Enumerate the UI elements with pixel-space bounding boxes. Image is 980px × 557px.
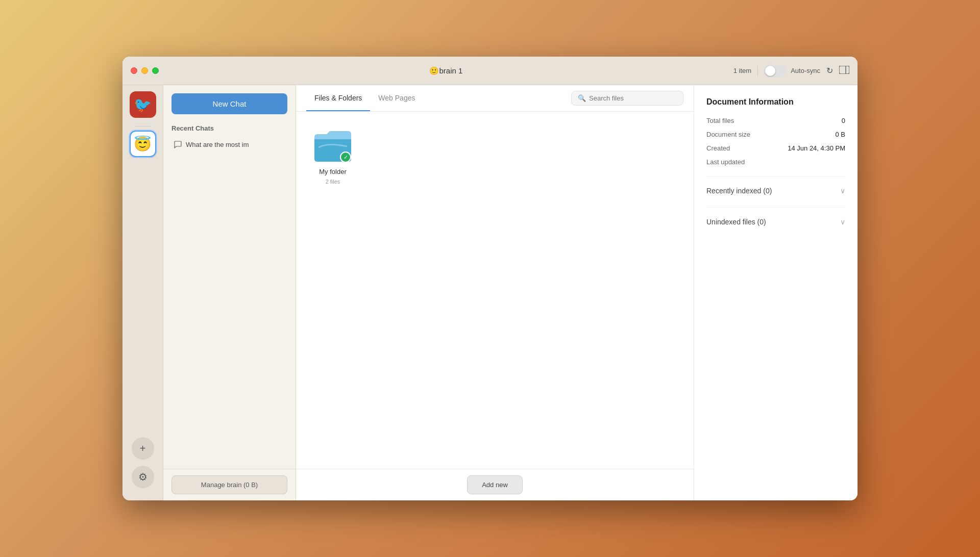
search-bar: 🔍 xyxy=(571,91,683,106)
folder-count: 2 files xyxy=(326,179,340,185)
unindexed-files-section: Unindexed files (0) ∨ xyxy=(706,207,845,228)
chat-item-text: What are the most im xyxy=(186,141,249,148)
info-row-doc-size: Document size 0 B xyxy=(706,131,845,138)
search-icon: 🔍 xyxy=(578,94,586,102)
tab-files-folders[interactable]: Files & Folders xyxy=(306,85,370,111)
info-row-total-files: Total files 0 xyxy=(706,117,845,124)
chat-panel-bottom: Manage brain (0 B) xyxy=(163,469,296,500)
minimize-button[interactable] xyxy=(141,67,148,74)
info-row-last-updated: Last updated xyxy=(706,158,845,166)
recent-chats-label: Recent Chats xyxy=(172,124,287,132)
brains-bottom: + ⚙ xyxy=(132,437,154,494)
window-title: 🙂brain 1 xyxy=(429,66,462,75)
new-chat-button[interactable]: New Chat xyxy=(172,93,287,114)
doc-size-label: Document size xyxy=(706,131,750,138)
maximize-button[interactable] xyxy=(152,67,159,74)
created-label: Created xyxy=(706,144,730,152)
folder-badge: ✓ xyxy=(340,151,351,163)
created-value: 14 Jun 24, 4:30 PM xyxy=(788,144,845,152)
brains-sidebar: 🐦 😇 + ⚙ xyxy=(122,85,163,500)
svg-rect-0 xyxy=(839,66,849,74)
recently-indexed-chevron: ∨ xyxy=(840,187,845,195)
bird-brain-avatar[interactable]: 🐦 xyxy=(130,91,156,118)
manage-brain-button[interactable]: Manage brain (0 B) xyxy=(172,475,287,494)
bird-icon: 🐦 xyxy=(134,96,152,113)
last-updated-label: Last updated xyxy=(706,158,745,166)
traffic-lights xyxy=(131,67,159,74)
files-header: Files & Folders Web Pages 🔍 xyxy=(296,85,694,112)
sidebar-toggle-icon[interactable] xyxy=(839,66,849,76)
angel-brain-avatar[interactable]: 😇 xyxy=(130,131,156,157)
info-row-created: Created 14 Jun 24, 4:30 PM xyxy=(706,144,845,152)
chat-panel: New Chat Recent Chats What are the most … xyxy=(163,85,296,500)
unindexed-files-chevron: ∨ xyxy=(840,218,845,226)
autosync-toggle[interactable] xyxy=(764,65,787,77)
doc-info-panel: Document Information Total files 0 Docum… xyxy=(694,85,857,500)
titlebar-right: 1 item Auto-sync ↻ xyxy=(733,65,849,77)
recently-indexed-section: Recently indexed (0) ∨ xyxy=(706,176,845,197)
total-files-label: Total files xyxy=(706,117,734,124)
add-new-button[interactable]: Add new xyxy=(467,475,523,494)
search-input[interactable] xyxy=(589,94,677,102)
unindexed-files-title: Unindexed files (0) xyxy=(706,218,766,226)
doc-info-title: Document Information xyxy=(706,97,845,107)
unindexed-files-row[interactable]: Unindexed files (0) ∨ xyxy=(706,216,845,228)
app-window: 🙂brain 1 1 item Auto-sync ↻ xyxy=(122,57,857,500)
recently-indexed-title: Recently indexed (0) xyxy=(706,187,772,195)
chat-panel-inner: New Chat Recent Chats What are the most … xyxy=(163,85,296,469)
recently-indexed-row[interactable]: Recently indexed (0) ∨ xyxy=(706,185,845,197)
angel-emoji: 😇 xyxy=(134,136,152,153)
chat-bubble-icon xyxy=(174,140,182,148)
files-footer: Add new xyxy=(296,469,694,500)
folder-name: My folder xyxy=(319,168,346,175)
folder-icon-container: ✓ xyxy=(312,128,353,165)
titlebar-divider xyxy=(757,66,758,76)
files-content: ✓ My folder 2 files xyxy=(296,112,694,469)
doc-size-value: 0 B xyxy=(835,131,845,138)
autosync-label: Auto-sync xyxy=(791,67,820,74)
sidebar-divider xyxy=(135,126,151,126)
titlebar: 🙂brain 1 1 item Auto-sync ↻ xyxy=(122,57,857,85)
main-content: 🐦 😇 + ⚙ New Chat Recent Chats What are xyxy=(122,85,857,500)
autosync-toggle-container: Auto-sync xyxy=(764,65,820,77)
refresh-icon[interactable]: ↻ xyxy=(826,66,833,75)
titlebar-center: 🙂brain 1 xyxy=(159,66,733,75)
total-files-value: 0 xyxy=(842,117,845,124)
add-brain-button[interactable]: + xyxy=(132,437,154,460)
item-count: 1 item xyxy=(733,67,751,74)
files-panel: Files & Folders Web Pages 🔍 xyxy=(296,85,694,500)
tab-web-pages[interactable]: Web Pages xyxy=(370,85,423,111)
toggle-knob xyxy=(765,66,775,76)
close-button[interactable] xyxy=(131,67,137,74)
settings-button[interactable]: ⚙ xyxy=(132,466,154,488)
list-item[interactable]: ✓ My folder 2 files xyxy=(308,124,357,189)
list-item[interactable]: What are the most im xyxy=(172,137,287,151)
